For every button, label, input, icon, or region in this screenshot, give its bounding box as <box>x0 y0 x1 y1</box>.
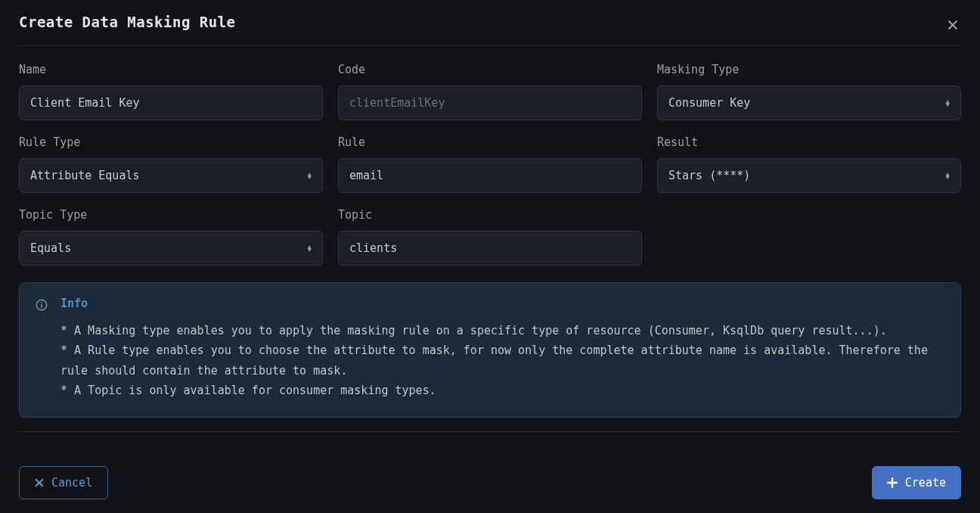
result-label: Result <box>657 135 961 149</box>
topic-type-label: Topic Type <box>19 208 323 222</box>
cancel-button[interactable]: Cancel <box>19 466 108 499</box>
close-icon <box>947 20 958 30</box>
topic-type-value: Equals <box>30 241 308 255</box>
chevron-updown-icon: ▲▼ <box>308 245 312 252</box>
field-topic: Topic <box>338 208 642 266</box>
info-icon <box>35 298 48 400</box>
masking-type-label: Masking Type <box>657 63 961 76</box>
result-value: Stars (****) <box>668 169 946 182</box>
form: Name Code Masking Type Consumer Key ▲▼ R… <box>19 63 961 266</box>
field-rule: Rule <box>338 135 642 193</box>
create-label: Create <box>905 476 946 490</box>
topic-type-select[interactable]: Equals ▲▼ <box>19 231 323 266</box>
divider <box>19 45 961 46</box>
field-topic-type: Topic Type Equals ▲▼ <box>19 208 323 266</box>
field-masking-type: Masking Type Consumer Key ▲▼ <box>657 63 961 120</box>
rule-type-value: Attribute Equals <box>30 169 308 182</box>
plus-icon <box>887 477 898 488</box>
chevron-updown-icon: ▲▼ <box>946 100 950 107</box>
code-input[interactable] <box>338 86 642 120</box>
modal-title: Create Data Masking Rule <box>19 14 236 30</box>
divider <box>19 431 961 432</box>
field-rule-type: Rule Type Attribute Equals ▲▼ <box>19 135 323 193</box>
field-name: Name <box>19 63 323 120</box>
rule-label: Rule <box>338 135 642 149</box>
create-masking-rule-modal: Create Data Masking Rule Name Code Maski… <box>0 0 980 513</box>
info-title: Info <box>60 297 945 310</box>
info-content: Info * A Masking type enables you to app… <box>60 297 945 400</box>
close-button[interactable] <box>944 17 961 33</box>
field-result: Result Stars (****) ▲▼ <box>657 135 961 193</box>
result-select[interactable]: Stars (****) ▲▼ <box>657 158 961 193</box>
masking-type-select[interactable]: Consumer Key ▲▼ <box>657 86 961 120</box>
rule-type-select[interactable]: Attribute Equals ▲▼ <box>19 158 323 193</box>
info-body: * A Masking type enables you to apply th… <box>60 321 945 400</box>
cancel-label: Cancel <box>51 476 92 490</box>
topic-input[interactable] <box>338 231 642 266</box>
rule-type-label: Rule Type <box>19 135 323 149</box>
code-label: Code <box>338 63 642 76</box>
name-input[interactable] <box>19 86 323 120</box>
topic-label: Topic <box>338 208 642 222</box>
chevron-updown-icon: ▲▼ <box>308 173 312 179</box>
field-code: Code <box>338 63 642 120</box>
info-box: Info * A Masking type enables you to app… <box>19 282 961 418</box>
rule-input[interactable] <box>338 158 642 193</box>
create-button[interactable]: Create <box>872 466 961 499</box>
close-icon <box>35 478 44 487</box>
masking-type-value: Consumer Key <box>668 96 946 110</box>
modal-footer: Cancel Create <box>19 466 961 499</box>
modal-header: Create Data Masking Rule <box>19 14 961 33</box>
chevron-updown-icon: ▲▼ <box>946 173 950 179</box>
name-label: Name <box>19 63 323 76</box>
